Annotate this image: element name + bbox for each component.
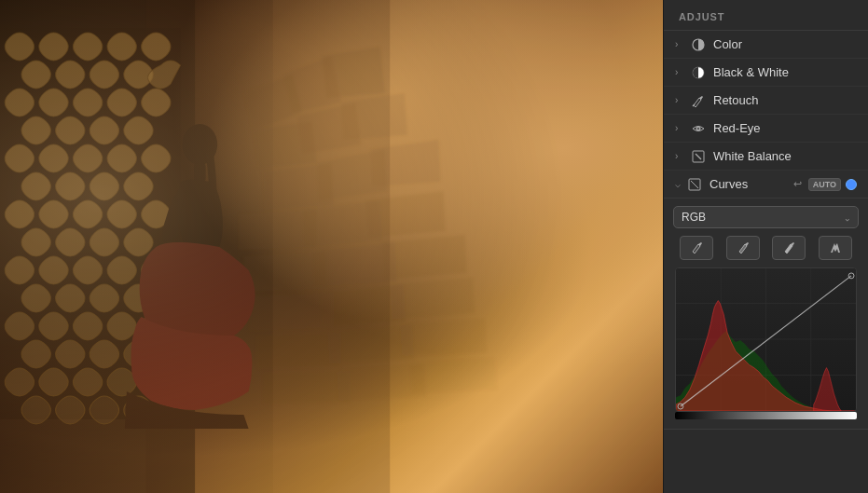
color-icon <box>690 36 707 53</box>
curves-section: ⌵ Curves ↩ AUTO RGB <box>664 171 868 430</box>
sidebar-item-label: Color <box>713 37 742 51</box>
sidebar-item-color[interactable]: › Color <box>664 31 868 59</box>
white-point-eyedropper[interactable] <box>772 236 806 260</box>
red-eye-icon <box>690 120 707 137</box>
sidebar: ADJUST › Color › Black & White <box>663 0 868 493</box>
svg-rect-8 <box>0 0 663 493</box>
curves-label: Curves <box>710 177 792 191</box>
sidebar-item-white-balance[interactable]: › White Balance <box>664 143 868 171</box>
svg-line-16 <box>691 181 698 188</box>
channel-select-wrapper: RGB Red Green Blue <box>673 206 859 228</box>
sidebar-item-label: Retouch <box>713 93 758 107</box>
sidebar-item-black-white[interactable]: › Black & White <box>664 59 868 87</box>
channel-select[interactable]: RGB Red Green Blue <box>673 206 859 228</box>
black-point-eyedropper[interactable] <box>680 236 713 260</box>
chevron-right-icon: › <box>675 151 684 161</box>
sidebar-item-label: Black & White <box>713 65 789 79</box>
white-balance-icon <box>690 148 707 165</box>
svg-line-14 <box>696 154 701 159</box>
chevron-right-icon: › <box>675 123 684 133</box>
sidebar-item-retouch[interactable]: › Retouch <box>664 87 868 115</box>
sidebar-item-curves[interactable]: ⌵ Curves ↩ AUTO <box>664 171 868 199</box>
sidebar-item-label: Red-Eye <box>713 121 761 135</box>
photo-canvas <box>0 0 663 493</box>
eyedropper-tools <box>673 236 859 260</box>
chevron-right-icon: › <box>675 67 684 77</box>
lattice-overlay <box>0 0 663 493</box>
sidebar-item-label: White Balance <box>713 149 792 163</box>
photo-background <box>0 0 663 493</box>
chevron-right-icon: › <box>675 95 684 105</box>
mid-point-eyedropper[interactable] <box>726 236 760 260</box>
chevron-down-icon: ⌵ <box>675 179 681 189</box>
bw-icon <box>690 64 707 81</box>
curves-icon <box>686 176 703 193</box>
curves-active-dot <box>846 179 857 190</box>
sidebar-header: ADJUST <box>664 0 868 31</box>
svg-point-12 <box>697 127 699 129</box>
curves-auto-badge[interactable]: AUTO <box>808 178 841 191</box>
chevron-right-icon: › <box>675 39 684 49</box>
gradient-bar <box>675 412 857 419</box>
retouch-icon <box>690 92 707 109</box>
histogram-area[interactable] <box>675 267 857 412</box>
adjust-list: › Color › Black & White › <box>664 31 868 493</box>
sidebar-item-red-eye[interactable]: › Red-Eye <box>664 115 868 143</box>
curves-undo-button[interactable]: ↩ <box>792 176 804 192</box>
curves-actions: ↩ AUTO <box>792 176 857 192</box>
curves-controls: RGB Red Green Blue <box>664 199 868 429</box>
auto-curves-button[interactable] <box>819 236 852 260</box>
histogram-svg <box>676 268 856 411</box>
